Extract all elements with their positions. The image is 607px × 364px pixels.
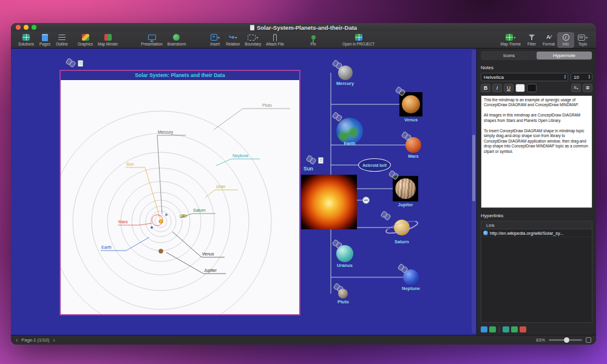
toolbar-topic[interactable]: ▾Topic (574, 32, 591, 48)
embedded-diagram-panel[interactable]: Solar System: Planets and their Data (59, 70, 300, 315)
mindmap-topic-saturn[interactable]: Saturn (385, 217, 419, 244)
mindmap-topic-venus[interactable]: Venus (399, 92, 422, 123)
toolbar-solutions[interactable]: Solutions (16, 32, 36, 48)
toolbar-outline[interactable]: Outline (53, 32, 70, 48)
add-note-action-icon[interactable] (481, 326, 487, 332)
toolbar-open-in-project[interactable]: Open in PROJECT (340, 32, 377, 48)
hyperlink-chain-icon[interactable] (398, 263, 407, 273)
solutions-icon (22, 34, 30, 41)
zoom-slider-thumb[interactable] (564, 337, 569, 343)
chevron-left-icon[interactable]: ‹ (16, 337, 18, 343)
toolbar-map-theme[interactable]: ▾Map Theme (498, 32, 523, 48)
italic-button[interactable]: I (492, 84, 502, 92)
toolbar-attach-file[interactable]: Attach File (263, 32, 287, 48)
mindmap-topic-asteroid-belt[interactable]: Asteroid belt (358, 158, 391, 172)
orbit-leader-jupiter (166, 252, 226, 274)
window-title: Solar-System-Planets-and-their-Data (257, 24, 357, 31)
map-theme-icon (506, 34, 513, 41)
note-icon[interactable] (78, 60, 83, 67)
topic-label: Pluto (337, 299, 349, 305)
toolbar-insert[interactable]: ▾Insert (206, 32, 223, 48)
topic-icon (578, 35, 585, 41)
orbit-label-mars: Mars (118, 220, 128, 224)
bold-button[interactable]: B (481, 84, 490, 92)
hypernote-actions (481, 325, 592, 334)
font-family-value: Helvetica (484, 75, 504, 80)
zoom-slider[interactable] (549, 339, 582, 341)
mindmap-topic-neptune[interactable]: Neptune (402, 269, 420, 291)
document-icon (250, 25, 254, 30)
hyperlink-chain-icon[interactable] (333, 59, 342, 69)
mindmap-topic-jupiter[interactable]: Jupiter (393, 176, 418, 207)
toolbar-map-minder[interactable]: Map Minder (95, 32, 120, 48)
zoom-button[interactable] (32, 25, 36, 30)
alignment-button[interactable]: ≡▾ (571, 84, 581, 92)
chevron-right-icon[interactable]: › (53, 337, 55, 343)
zoom-level: 83% (536, 337, 545, 343)
list-button[interactable]: ≣ (583, 84, 592, 92)
fit-page-icon[interactable] (586, 337, 591, 343)
note-icon[interactable] (318, 157, 324, 164)
font-size-value: 10 (574, 75, 579, 80)
topic-label: Venus (404, 117, 418, 123)
chevron-down-icon: ▾ (218, 35, 220, 39)
orbit-label-jupiter: Jupiter (204, 268, 217, 273)
orbit-leader-uran (205, 190, 238, 198)
close-button[interactable] (16, 25, 21, 30)
toolbar-brainstorm[interactable]: Brainstorm (165, 32, 188, 48)
jupiter-dot (159, 249, 163, 254)
toolbar-pages[interactable]: Pages (36, 32, 53, 48)
hyperlink-chain-icon[interactable] (389, 170, 398, 180)
hyperlink-chain-icon[interactable] (334, 283, 343, 292)
remove-note-action-icon[interactable] (489, 326, 496, 332)
toolbar-graphics[interactable]: Graphics (75, 32, 95, 48)
orbit-leader-mercury (157, 135, 186, 214)
remove-link-action-icon[interactable] (520, 326, 526, 332)
titlebar[interactable]: Solar-System-Planets-and-their-Data (11, 23, 596, 32)
hyperlink-chain-icon[interactable] (307, 155, 316, 164)
toolbar-boundary[interactable]: ▾Boundary (242, 32, 263, 48)
add-link-action-icon[interactable] (503, 326, 509, 332)
text-color-swatch[interactable] (515, 84, 525, 92)
boundary-icon (248, 35, 256, 41)
scrollbar-thumb[interactable] (472, 135, 475, 201)
toolbar-relation[interactable]: ↪▾Relation (223, 32, 242, 48)
edit-link-action-icon[interactable] (511, 326, 518, 332)
background-color-swatch[interactable] (527, 84, 537, 92)
hyperlink-chain-icon[interactable] (396, 86, 405, 96)
status-bar: ‹ Page-1 (1/10) › 83% (11, 335, 596, 345)
font-family-select[interactable]: Helvetica ▲▼ (481, 73, 568, 81)
hyperlink-row[interactable]: http://en.wikipedia.org/wiki/Solar_sy... (481, 229, 592, 237)
hyperlink-chain-icon[interactable] (333, 112, 342, 121)
toolbar-format[interactable]: A∕Format (540, 32, 557, 48)
minimize-button[interactable] (24, 25, 29, 30)
font-size-select[interactable]: 10 ▲▼ (571, 73, 592, 81)
tab-hypernote[interactable]: Hypernote (537, 52, 592, 59)
mindmap-topic-pluto[interactable]: Pluto (337, 289, 349, 305)
toolbar-filter[interactable]: Filter (523, 32, 540, 48)
toolbar-info[interactable]: Info (557, 32, 574, 48)
underline-button[interactable]: U (504, 84, 514, 92)
relation-icon: ↪ (229, 34, 234, 41)
mindmap-topic-uranus[interactable]: Uranus (336, 245, 353, 268)
tab-icons[interactable]: Icons (481, 52, 537, 59)
toolbar-pin[interactable]: Pin (305, 32, 322, 48)
mindmap-topic-earth[interactable]: Earth (336, 118, 363, 146)
vertical-scrollbar[interactable] (472, 50, 476, 334)
mindmap-root-sun-image[interactable] (301, 175, 357, 229)
mindmap-topic-mercury[interactable]: Mercury (336, 66, 354, 86)
map-minder-icon (104, 34, 112, 41)
toolbar-presentation[interactable]: Presentation (138, 32, 164, 48)
chevron-down-icon: ▾ (235, 35, 237, 39)
topic-label: Saturn (395, 239, 409, 244)
hyperlink-chain-icon[interactable] (333, 239, 342, 249)
mindmap-topic-mars[interactable]: Mars (405, 137, 421, 159)
diagram-title: Solar System: Planets and their Data (61, 71, 299, 80)
mindmap-canvas[interactable]: Solar System: Planets and their Data (11, 49, 476, 335)
notes-textarea[interactable]: This the mindmap is an example of synerg… (481, 95, 592, 208)
font-row: Helvetica ▲▼ 10 ▲▼ (481, 73, 592, 81)
list-lines-icon: ≣ (586, 86, 590, 90)
page-indicator[interactable]: Page-1 (1/10) (21, 337, 49, 343)
hyperlink-chain-icon[interactable] (402, 131, 411, 141)
hyperlink-chain-icon[interactable] (66, 58, 75, 67)
